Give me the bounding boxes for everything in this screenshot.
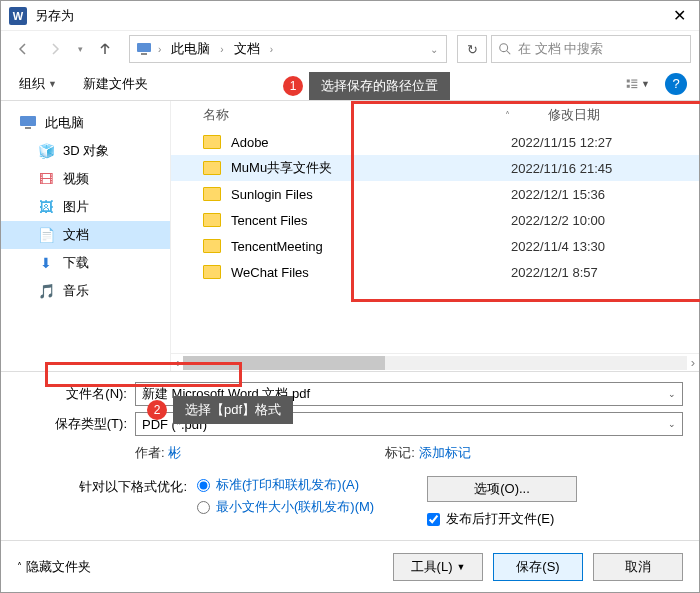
table-row[interactable]: Tencent Files2022/12/2 10:00 xyxy=(171,207,699,233)
sidebar-item-2[interactable]: 🖼图片 xyxy=(1,193,170,221)
options-button[interactable]: 选项(O)... xyxy=(427,476,577,502)
sidebar-item-5[interactable]: 🎵音乐 xyxy=(1,277,170,305)
sidebar-item-icon: ⬇ xyxy=(37,254,55,272)
nav-back-button[interactable] xyxy=(9,35,37,63)
annotation-callout-1: 1 选择保存的路径位置 xyxy=(309,72,450,100)
tags-field[interactable]: 添加标记 xyxy=(419,445,471,460)
author-field[interactable]: 彬 xyxy=(168,445,181,460)
filename-label: 文件名(N): xyxy=(17,385,127,403)
sidebar-item-4[interactable]: ⬇下载 xyxy=(1,249,170,277)
annotation-badge-2: 2 xyxy=(147,400,167,420)
nav-history-dropdown[interactable]: ▾ xyxy=(73,44,87,54)
svg-rect-11 xyxy=(25,127,31,129)
row-name: MuMu共享文件夹 xyxy=(231,159,511,177)
row-name: Sunlogin Files xyxy=(231,187,511,202)
chevron-right-icon[interactable]: › xyxy=(156,44,163,55)
svg-rect-7 xyxy=(627,84,630,87)
svg-rect-8 xyxy=(631,84,637,85)
author-label: 作者: xyxy=(135,445,165,460)
pc-icon xyxy=(19,114,37,132)
refresh-button[interactable]: ↻ xyxy=(457,35,487,63)
sidebar-item-icon: 🖼 xyxy=(37,198,55,216)
svg-rect-9 xyxy=(631,87,637,88)
chevron-down-icon[interactable]: ⌄ xyxy=(668,419,676,429)
organize-button[interactable]: 组织 ▼ xyxy=(13,71,63,97)
sidebar-item-1[interactable]: 🎞视频 xyxy=(1,165,170,193)
sidebar-item-3[interactable]: 📄文档 xyxy=(1,221,170,249)
row-date: 2022/11/4 13:30 xyxy=(511,239,605,254)
breadcrumb-current[interactable]: 文档 xyxy=(230,38,264,60)
sidebar-item-label: 下载 xyxy=(63,254,89,272)
sidebar-item-icon: 📄 xyxy=(37,226,55,244)
annotation-badge-1: 1 xyxy=(283,76,303,96)
nav-up-button[interactable] xyxy=(91,35,119,63)
folder-icon xyxy=(203,161,221,175)
row-date: 2022/12/1 15:36 xyxy=(511,187,605,202)
optimize-label: 针对以下格式优化: xyxy=(57,476,197,496)
sidebar-item-icon: 🎞 xyxy=(37,170,55,188)
tags-label: 标记: xyxy=(385,445,415,460)
col-name[interactable]: 名称 xyxy=(195,106,505,124)
open-after-checkbox[interactable]: 发布后打开文件(E) xyxy=(427,510,554,528)
sidebar-item-icon: 🎵 xyxy=(37,282,55,300)
sidebar-item-label: 3D 对象 xyxy=(63,142,109,160)
svg-rect-10 xyxy=(20,116,36,126)
table-row[interactable]: Sunlogin Files2022/12/1 15:36 xyxy=(171,181,699,207)
chevron-right-icon[interactable]: › xyxy=(268,44,275,55)
nav-forward-button[interactable] xyxy=(41,35,69,63)
sort-indicator-icon[interactable]: ˄ xyxy=(505,110,510,121)
table-row[interactable]: MuMu共享文件夹2022/11/16 21:45 xyxy=(171,155,699,181)
table-row[interactable]: Adobe2022/11/15 12:27 xyxy=(171,129,699,155)
row-date: 2022/12/1 8:57 xyxy=(511,265,598,280)
folder-icon xyxy=(203,239,221,253)
tools-button[interactable]: 工具(L) ▼ xyxy=(393,553,483,581)
horizontal-scrollbar[interactable]: ‹› xyxy=(171,353,699,371)
row-name: Adobe xyxy=(231,135,511,150)
cancel-button[interactable]: 取消 xyxy=(593,553,683,581)
svg-rect-1 xyxy=(141,53,147,55)
col-date[interactable]: 修改日期 xyxy=(540,106,699,124)
search-input[interactable]: 在 文档 中搜索 xyxy=(491,35,691,63)
pc-icon xyxy=(136,42,152,56)
view-mode-button[interactable]: ▼ xyxy=(625,73,651,95)
list-header: 名称 ˄ 修改日期 xyxy=(171,101,699,129)
table-row[interactable]: TencentMeeting2022/11/4 13:30 xyxy=(171,233,699,259)
radio-minsize[interactable]: 最小文件大小(联机发布)(M) xyxy=(197,498,397,516)
filetype-label: 保存类型(T): xyxy=(17,415,127,433)
hide-folders-button[interactable]: ˄ 隐藏文件夹 xyxy=(17,558,91,576)
sidebar-item-0[interactable]: 🧊3D 对象 xyxy=(1,137,170,165)
address-bar[interactable]: › 此电脑 › 文档 › ⌄ xyxy=(129,35,447,63)
row-name: TencentMeeting xyxy=(231,239,511,254)
chevron-right-icon[interactable]: › xyxy=(218,44,225,55)
sidebar-item-label: 音乐 xyxy=(63,282,89,300)
sidebar: 此电脑 🧊3D 对象🎞视频🖼图片📄文档⬇下载🎵音乐 xyxy=(1,101,171,371)
breadcrumb-this-pc[interactable]: 此电脑 xyxy=(167,38,214,60)
search-icon xyxy=(498,42,512,56)
folder-icon xyxy=(203,135,221,149)
help-button[interactable]: ? xyxy=(665,73,687,95)
folder-icon xyxy=(203,187,221,201)
row-date: 2022/11/15 12:27 xyxy=(511,135,612,150)
row-name: Tencent Files xyxy=(231,213,511,228)
svg-rect-5 xyxy=(631,79,637,80)
close-button[interactable]: ✕ xyxy=(659,2,699,30)
chevron-down-icon[interactable]: ⌄ xyxy=(668,389,676,399)
svg-rect-0 xyxy=(137,43,151,52)
search-placeholder: 在 文档 中搜索 xyxy=(518,40,603,58)
table-row[interactable]: WeChat Files2022/12/1 8:57 xyxy=(171,259,699,285)
row-date: 2022/12/2 10:00 xyxy=(511,213,605,228)
sidebar-item-label: 文档 xyxy=(63,226,89,244)
sidebar-item-label: 视频 xyxy=(63,170,89,188)
sidebar-this-pc[interactable]: 此电脑 xyxy=(1,109,170,137)
svg-line-3 xyxy=(507,51,511,55)
new-folder-button[interactable]: 新建文件夹 xyxy=(77,71,154,97)
folder-icon xyxy=(203,213,221,227)
sidebar-item-icon: 🧊 xyxy=(37,142,55,160)
svg-rect-6 xyxy=(631,81,637,82)
save-button[interactable]: 保存(S) xyxy=(493,553,583,581)
sidebar-label: 此电脑 xyxy=(45,114,84,132)
radio-standard[interactable]: 标准(打印和联机发布)(A) xyxy=(197,476,397,494)
window-title: 另存为 xyxy=(35,7,659,25)
address-dropdown-button[interactable]: ⌄ xyxy=(428,44,440,55)
row-name: WeChat Files xyxy=(231,265,511,280)
